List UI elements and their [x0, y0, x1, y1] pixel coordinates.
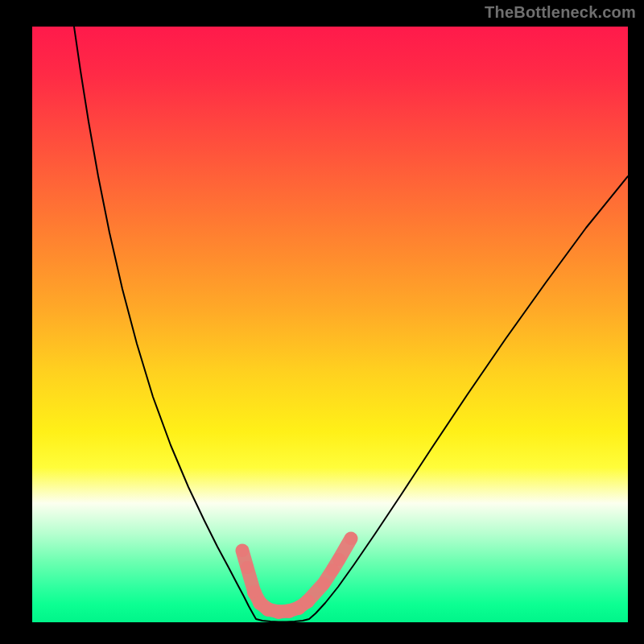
watermark-text: TheBottleneck.com: [485, 3, 636, 22]
marker-dot: [300, 594, 315, 609]
marker-dot: [345, 532, 357, 545]
chart-frame: TheBottleneck.com: [0, 0, 644, 644]
marker-dot: [317, 577, 330, 590]
plot-area: [32, 27, 628, 622]
marker-dot: [332, 553, 345, 566]
curve-layer: [32, 27, 628, 622]
marker-dot: [236, 544, 249, 557]
marker-dot: [241, 561, 254, 574]
